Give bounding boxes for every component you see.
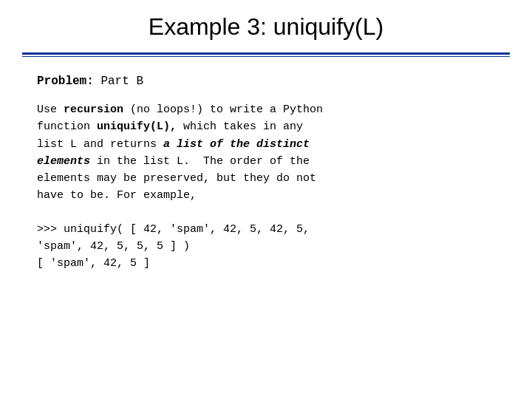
problem-body: Use recursion (no loops!) to write a Pyt… — [37, 101, 495, 205]
content-area: Problem: Part B Use recursion (no loops!… — [0, 61, 532, 279]
problem-prefix: Problem: — [37, 75, 94, 88]
code-line-1: >>> uniquify( [ 42, 'spam', 42, 5, 42, 5… — [37, 223, 310, 236]
divider-container — [0, 52, 532, 57]
slide-title: Example 3: uniquify(L) — [30, 13, 502, 41]
problem-suffix: Part B — [94, 75, 143, 88]
code-line-2: 'spam', 42, 5, 5, 5 ] ) — [37, 240, 190, 253]
code-block: >>> uniquify( [ 42, 'spam', 42, 5, 42, 5… — [37, 221, 495, 273]
italic-bold-phrase: a list of the distinct elements — [37, 138, 310, 168]
title-area: Example 3: uniquify(L) — [0, 0, 532, 52]
slide: Example 3: uniquify(L) Problem: Part B U… — [0, 0, 532, 399]
divider-top — [22, 52, 510, 55]
keyword-uniquify: uniquify(L), — [97, 120, 177, 133]
problem-label: Problem: Part B — [37, 75, 495, 88]
divider-bottom — [22, 56, 510, 57]
keyword-recursion: recursion — [64, 103, 123, 116]
code-line-3: [ 'spam', 42, 5 ] — [37, 257, 150, 270]
